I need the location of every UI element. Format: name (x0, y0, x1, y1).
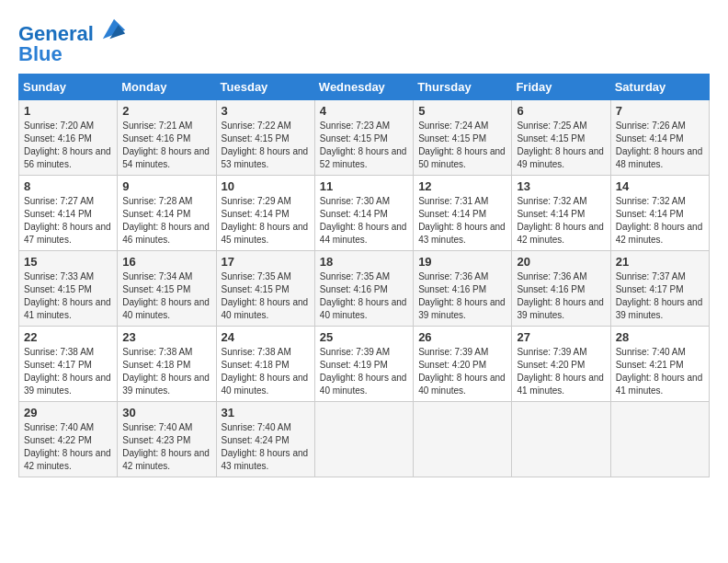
calendar-header: SundayMondayTuesdayWednesdayThursdayFrid… (19, 75, 710, 100)
day-cell: 24 Sunrise: 7:38 AM Sunset: 4:18 PM Dayl… (216, 327, 314, 402)
day-info: Sunrise: 7:28 AM Sunset: 4:14 PM Dayligh… (122, 195, 210, 247)
header-cell-monday: Monday (118, 75, 216, 100)
day-info: Sunrise: 7:38 AM Sunset: 4:18 PM Dayligh… (122, 346, 210, 397)
day-number: 21 (616, 255, 704, 269)
day-cell: 12 Sunrise: 7:31 AM Sunset: 4:14 PM Dayl… (414, 176, 512, 251)
day-info: Sunrise: 7:40 AM Sunset: 4:21 PM Dayligh… (616, 346, 704, 397)
day-number: 4 (320, 104, 408, 118)
day-number: 25 (320, 330, 408, 344)
day-cell: 10 Sunrise: 7:29 AM Sunset: 4:14 PM Dayl… (216, 176, 314, 251)
day-cell: 26 Sunrise: 7:39 AM Sunset: 4:20 PM Dayl… (414, 327, 512, 402)
week-row-3: 15 Sunrise: 7:33 AM Sunset: 4:15 PM Dayl… (19, 251, 710, 327)
day-info: Sunrise: 7:40 AM Sunset: 4:22 PM Dayligh… (24, 421, 112, 473)
day-cell: 18 Sunrise: 7:35 AM Sunset: 4:16 PM Dayl… (314, 251, 413, 327)
day-info: Sunrise: 7:33 AM Sunset: 4:15 PM Dayligh… (24, 270, 112, 322)
day-cell (414, 402, 512, 477)
day-cell: 16 Sunrise: 7:34 AM Sunset: 4:15 PM Dayl… (118, 251, 216, 327)
day-number: 22 (24, 330, 112, 344)
day-info: Sunrise: 7:39 AM Sunset: 4:20 PM Dayligh… (517, 346, 605, 397)
header-cell-wednesday: Wednesday (314, 75, 413, 100)
day-cell: 31 Sunrise: 7:40 AM Sunset: 4:24 PM Dayl… (216, 402, 314, 477)
day-number: 8 (24, 179, 112, 193)
day-info: Sunrise: 7:39 AM Sunset: 4:20 PM Dayligh… (418, 346, 506, 397)
day-number: 29 (24, 406, 112, 419)
day-cell: 29 Sunrise: 7:40 AM Sunset: 4:22 PM Dayl… (19, 402, 118, 477)
header-cell-saturday: Saturday (610, 75, 709, 100)
day-number: 12 (418, 179, 506, 193)
day-number: 10 (222, 179, 310, 193)
day-cell: 1 Sunrise: 7:20 AM Sunset: 4:16 PM Dayli… (19, 100, 118, 176)
logo-icon (101, 15, 127, 40)
day-cell: 25 Sunrise: 7:39 AM Sunset: 4:19 PM Dayl… (314, 327, 413, 402)
day-number: 31 (222, 406, 310, 419)
day-info: Sunrise: 7:20 AM Sunset: 4:16 PM Dayligh… (24, 120, 112, 171)
day-info: Sunrise: 7:25 AM Sunset: 4:15 PM Dayligh… (517, 120, 605, 171)
day-cell: 4 Sunrise: 7:23 AM Sunset: 4:15 PM Dayli… (314, 100, 413, 176)
day-info: Sunrise: 7:37 AM Sunset: 4:17 PM Dayligh… (616, 270, 704, 322)
day-number: 27 (517, 330, 605, 344)
day-cell: 17 Sunrise: 7:35 AM Sunset: 4:15 PM Dayl… (216, 251, 314, 327)
day-cell: 3 Sunrise: 7:22 AM Sunset: 4:15 PM Dayli… (216, 100, 314, 176)
day-number: 3 (222, 104, 310, 118)
day-info: Sunrise: 7:24 AM Sunset: 4:15 PM Dayligh… (418, 120, 506, 171)
header-cell-thursday: Thursday (414, 75, 512, 100)
day-info: Sunrise: 7:40 AM Sunset: 4:23 PM Dayligh… (122, 421, 210, 473)
day-info: Sunrise: 7:38 AM Sunset: 4:18 PM Dayligh… (222, 346, 310, 397)
day-cell: 6 Sunrise: 7:25 AM Sunset: 4:15 PM Dayli… (512, 100, 610, 176)
day-number: 20 (517, 255, 605, 269)
day-info: Sunrise: 7:32 AM Sunset: 4:14 PM Dayligh… (517, 195, 605, 247)
day-number: 11 (320, 179, 408, 193)
day-info: Sunrise: 7:29 AM Sunset: 4:14 PM Dayligh… (222, 195, 310, 247)
day-cell: 20 Sunrise: 7:36 AM Sunset: 4:16 PM Dayl… (512, 251, 610, 327)
day-info: Sunrise: 7:35 AM Sunset: 4:15 PM Dayligh… (222, 270, 310, 322)
day-info: Sunrise: 7:36 AM Sunset: 4:16 PM Dayligh… (418, 270, 506, 322)
logo-text: General (18, 18, 127, 44)
day-number: 16 (122, 255, 210, 269)
day-number: 15 (24, 255, 112, 269)
day-cell: 5 Sunrise: 7:24 AM Sunset: 4:15 PM Dayli… (414, 100, 512, 176)
day-number: 26 (418, 330, 506, 344)
day-cell (512, 402, 610, 477)
day-info: Sunrise: 7:22 AM Sunset: 4:15 PM Dayligh… (222, 120, 310, 171)
header-cell-sunday: Sunday (19, 75, 118, 100)
day-info: Sunrise: 7:34 AM Sunset: 4:15 PM Dayligh… (122, 270, 210, 322)
day-number: 2 (122, 104, 210, 118)
day-number: 23 (122, 330, 210, 344)
day-number: 17 (222, 255, 310, 269)
header-cell-tuesday: Tuesday (216, 75, 314, 100)
day-cell: 15 Sunrise: 7:33 AM Sunset: 4:15 PM Dayl… (19, 251, 118, 327)
logo-blue: Blue (18, 44, 127, 64)
day-info: Sunrise: 7:26 AM Sunset: 4:14 PM Dayligh… (616, 120, 704, 171)
day-number: 28 (616, 330, 704, 344)
day-cell: 11 Sunrise: 7:30 AM Sunset: 4:14 PM Dayl… (314, 176, 413, 251)
week-row-2: 8 Sunrise: 7:27 AM Sunset: 4:14 PM Dayli… (19, 176, 710, 251)
day-cell: 9 Sunrise: 7:28 AM Sunset: 4:14 PM Dayli… (118, 176, 216, 251)
day-info: Sunrise: 7:36 AM Sunset: 4:16 PM Dayligh… (517, 270, 605, 322)
day-cell: 28 Sunrise: 7:40 AM Sunset: 4:21 PM Dayl… (610, 327, 709, 402)
day-number: 18 (320, 255, 408, 269)
page-header: General Blue (18, 18, 710, 64)
day-number: 9 (122, 179, 210, 193)
day-cell: 13 Sunrise: 7:32 AM Sunset: 4:14 PM Dayl… (512, 176, 610, 251)
day-number: 24 (222, 330, 310, 344)
calendar-body: 1 Sunrise: 7:20 AM Sunset: 4:16 PM Dayli… (19, 100, 710, 477)
day-info: Sunrise: 7:39 AM Sunset: 4:19 PM Dayligh… (320, 346, 408, 397)
day-info: Sunrise: 7:30 AM Sunset: 4:14 PM Dayligh… (320, 195, 408, 247)
day-number: 1 (24, 104, 112, 118)
day-number: 30 (122, 406, 210, 419)
day-info: Sunrise: 7:31 AM Sunset: 4:14 PM Dayligh… (418, 195, 506, 247)
week-row-5: 29 Sunrise: 7:40 AM Sunset: 4:22 PM Dayl… (19, 402, 710, 477)
day-cell (610, 402, 709, 477)
day-cell: 19 Sunrise: 7:36 AM Sunset: 4:16 PM Dayl… (414, 251, 512, 327)
day-cell: 14 Sunrise: 7:32 AM Sunset: 4:14 PM Dayl… (610, 176, 709, 251)
day-number: 5 (418, 104, 506, 118)
day-number: 19 (418, 255, 506, 269)
header-cell-friday: Friday (512, 75, 610, 100)
day-cell: 23 Sunrise: 7:38 AM Sunset: 4:18 PM Dayl… (118, 327, 216, 402)
day-number: 6 (517, 104, 605, 118)
day-cell: 30 Sunrise: 7:40 AM Sunset: 4:23 PM Dayl… (118, 402, 216, 477)
day-info: Sunrise: 7:40 AM Sunset: 4:24 PM Dayligh… (222, 421, 310, 473)
day-number: 14 (616, 179, 704, 193)
day-info: Sunrise: 7:38 AM Sunset: 4:17 PM Dayligh… (24, 346, 112, 397)
day-number: 7 (616, 104, 704, 118)
